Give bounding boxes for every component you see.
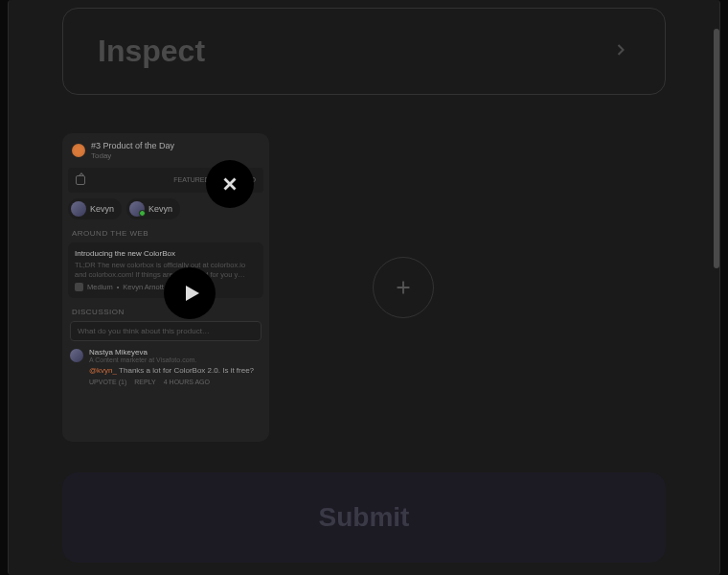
web-card-title: Introducing the new ColorBox: [75, 249, 257, 258]
web-card-desc: TL;DR The new colorbox is officially out…: [75, 261, 257, 280]
upvote-button[interactable]: UPVOTE (1): [89, 379, 126, 385]
inspect-title: Inspect: [98, 34, 205, 69]
comment-role: A Content marketer at Visafoto.com.: [89, 356, 254, 363]
mention[interactable]: @kvyn_: [89, 366, 117, 375]
discussion-input[interactable]: What do you think about this product…: [70, 321, 262, 341]
badge-subtitle: Today: [91, 151, 174, 160]
comment-body-text: Thanks a lot for ColorBox 2.0. Is it fre…: [119, 366, 254, 375]
avatar: [129, 201, 145, 217]
play-button[interactable]: [164, 267, 216, 319]
submit-panel[interactable]: Submit: [62, 472, 666, 563]
inspect-panel[interactable]: Inspect: [62, 8, 666, 95]
scrollbar[interactable]: [714, 29, 719, 268]
media-gallery: #3 Product of the Day Today FEATURED 5 Y…: [62, 133, 666, 442]
medal-icon: [72, 144, 85, 157]
media-tile-1[interactable]: #3 Product of the Day Today FEATURED 5 Y…: [62, 133, 269, 442]
badge-title: #3 Product of the Day: [91, 141, 174, 151]
maker-pill[interactable]: Kevyn: [68, 198, 122, 219]
avatar: [70, 349, 83, 362]
svg-marker-2: [186, 286, 199, 301]
web-author: Kevyn Arnott: [123, 283, 164, 291]
discussion-label: DISCUSSION: [72, 308, 263, 316]
comment-author: Nastya Mikeyeva: [89, 348, 254, 356]
add-media-button[interactable]: [373, 257, 434, 318]
submit-label: Submit: [319, 502, 410, 533]
comment-time: 4 HOURS AGO: [164, 379, 210, 385]
app-frame: Inspect #3 Product of the Day Today: [8, 0, 720, 575]
comment-text: @kvyn_ Thanks a lot for ColorBox 2.0. Is…: [89, 366, 254, 375]
chevron-right-icon: [611, 40, 630, 63]
add-media-slot: [300, 133, 507, 442]
around-web-label: AROUND THE WEB: [72, 229, 263, 238]
web-source: Medium: [87, 283, 113, 291]
maker-name: Kevyn: [148, 204, 172, 214]
dot-separator: •: [117, 283, 120, 291]
share-icon[interactable]: [76, 175, 85, 185]
remove-media-button[interactable]: [206, 160, 254, 208]
maker-pill[interactable]: Kevyn: [126, 198, 180, 219]
maker-name: Kevyn: [90, 204, 114, 214]
avatar: [71, 201, 86, 217]
product-badge: #3 Product of the Day Today: [68, 139, 263, 162]
reply-button[interactable]: REPLY: [134, 379, 155, 385]
comment: Nastya Mikeyeva A Content marketer at Vi…: [68, 348, 263, 385]
source-icon: [75, 283, 83, 291]
